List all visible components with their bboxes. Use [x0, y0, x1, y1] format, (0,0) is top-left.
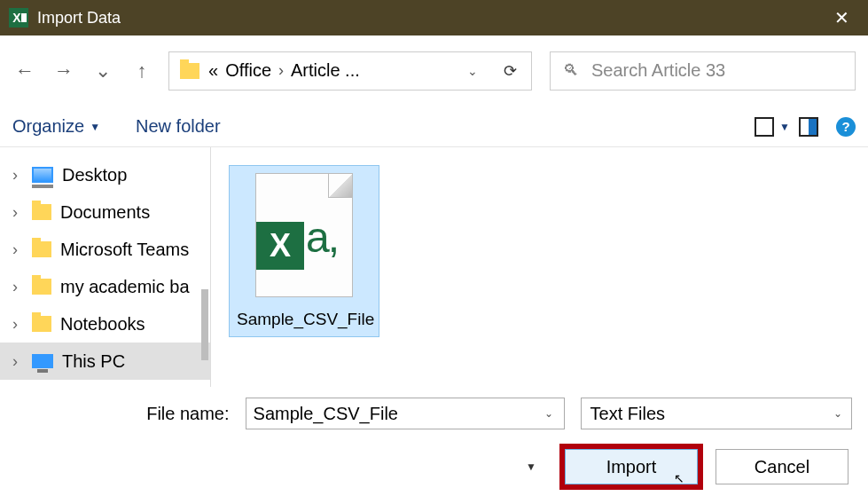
import-highlight: Import ↖ [559, 444, 703, 490]
recent-locations-button[interactable]: ⌄ [90, 59, 115, 83]
import-label: Import [606, 457, 657, 477]
up-button[interactable]: ↑ [129, 59, 154, 83]
new-folder-button[interactable]: New folder [136, 116, 221, 137]
address-bar[interactable]: « Office › Article ... ⌄ ⟳ [168, 51, 532, 91]
refresh-button[interactable]: ⟳ [499, 61, 520, 81]
excel-app-icon: X [9, 8, 28, 28]
breadcrumb-item[interactable]: Office [225, 60, 271, 81]
file-name-label: Sample_CSV_File [237, 310, 371, 329]
main-area: › Desktop › Documents › Microsoft Teams … [0, 147, 868, 387]
tree-item-label: This PC [62, 351, 125, 372]
cancel-button[interactable]: Cancel [716, 449, 848, 484]
tree-item-label: Documents [60, 202, 150, 223]
title-bar: X Import Data ✕ [0, 0, 868, 35]
breadcrumb-prefix: « [208, 60, 218, 81]
file-name-prompt: File name: [16, 404, 237, 424]
view-mode-button[interactable] [755, 117, 774, 137]
tree-item-desktop[interactable]: › Desktop [0, 156, 210, 193]
tree-item-label: Desktop [62, 165, 127, 185]
folder-icon [32, 241, 51, 257]
search-input[interactable]: 🔍︎ Search Article 33 [550, 51, 856, 91]
search-placeholder: Search Article 33 [591, 60, 725, 81]
breadcrumb: « Office › Article ... [208, 60, 462, 81]
scrollbar-thumb[interactable] [201, 289, 208, 360]
csv-file-icon: X a, [255, 173, 353, 297]
search-icon: 🔍︎ [563, 61, 579, 80]
tree-item-label: my academic ba [60, 277, 190, 297]
cursor-icon: ↖ [674, 471, 684, 485]
pc-icon [32, 354, 53, 368]
organize-label: Organize [12, 116, 84, 137]
expand-icon[interactable]: › [12, 315, 25, 334]
tree-item-teams[interactable]: › Microsoft Teams [0, 231, 210, 268]
folder-icon [32, 316, 51, 332]
tree-item-label: Notebooks [60, 314, 145, 335]
forward-button[interactable]: → [51, 59, 76, 83]
expand-icon[interactable]: › [12, 352, 25, 371]
folder-icon [32, 279, 51, 295]
file-item[interactable]: X a, Sample_CSV_File [229, 165, 379, 337]
tree-item-academic[interactable]: › my academic ba [0, 268, 210, 305]
navigation-bar: ← → ⌄ ↑ « Office › Article ... ⌄ ⟳ 🔍︎ Se… [0, 35, 868, 106]
tree-item-documents[interactable]: › Documents [0, 193, 210, 231]
folder-tree: › Desktop › Documents › Microsoft Teams … [0, 147, 211, 387]
breadcrumb-item[interactable]: Article ... [291, 60, 360, 81]
back-button[interactable]: ← [12, 59, 37, 83]
help-button[interactable]: ? [836, 117, 856, 137]
breadcrumb-sep: › [278, 61, 284, 80]
file-type-filter[interactable]: Text Files ⌄ [581, 398, 852, 429]
address-dropdown[interactable]: ⌄ [462, 64, 483, 78]
tree-item-notebooks[interactable]: › Notebooks [0, 305, 210, 343]
window-title: Import Data [37, 9, 824, 28]
tree-item-this-pc[interactable]: › This PC [0, 343, 210, 380]
monitor-icon [32, 167, 53, 183]
expand-icon[interactable]: › [12, 278, 25, 296]
chevron-down-icon: ▼ [90, 121, 100, 133]
cancel-label: Cancel [755, 457, 809, 477]
tools-menu[interactable]: ▼ [526, 461, 536, 473]
excel-badge: X [256, 222, 304, 270]
expand-icon[interactable]: › [12, 240, 25, 259]
toolbar: Organize ▼ New folder ▼ ? [0, 106, 868, 147]
folder-icon [180, 63, 199, 79]
expand-icon[interactable]: › [12, 203, 25, 222]
bottom-panel: File name: Sample_CSV_File ⌄ Text Files … [0, 387, 868, 490]
file-type-dropdown[interactable]: ⌄ [833, 407, 842, 420]
file-list: X a, Sample_CSV_File [211, 147, 868, 387]
organize-menu[interactable]: Organize ▼ [12, 116, 100, 137]
file-type-value: Text Files [590, 404, 665, 424]
csv-suffix: a, [306, 213, 338, 262]
expand-icon[interactable]: › [12, 166, 25, 185]
close-icon[interactable]: ✕ [824, 7, 859, 28]
file-name-value: Sample_CSV_File [254, 404, 541, 424]
tree-item-label: Microsoft Teams [60, 240, 189, 260]
folder-icon [32, 204, 51, 220]
view-mode-caret[interactable]: ▼ [779, 121, 790, 133]
import-button[interactable]: Import ↖ [565, 449, 698, 484]
file-name-dropdown[interactable]: ⌄ [541, 407, 557, 420]
preview-pane-button[interactable] [799, 117, 818, 137]
file-name-input[interactable]: Sample_CSV_File ⌄ [246, 398, 565, 429]
